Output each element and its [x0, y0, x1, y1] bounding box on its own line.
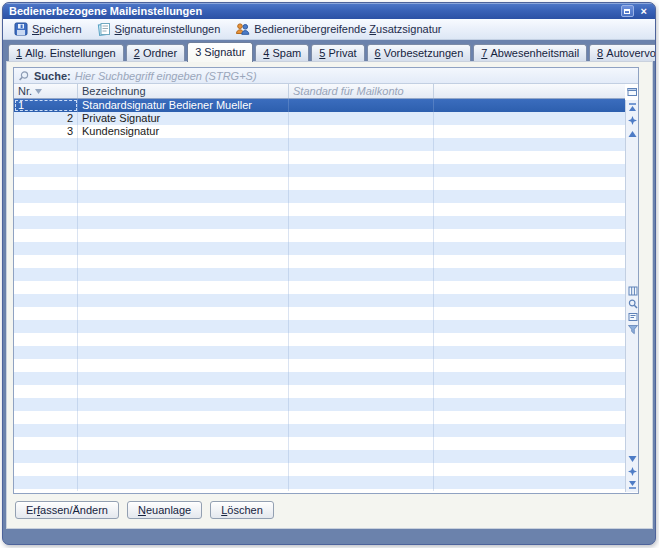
- row-number-cell[interactable]: 2: [14, 112, 78, 125]
- grid-main: Nr. Bezeichnung Standard für Mailkonto 1…: [14, 84, 638, 492]
- table-row-empty[interactable]: [14, 190, 625, 203]
- table-row-empty[interactable]: [14, 385, 625, 398]
- row-extra-cell: [434, 294, 625, 307]
- column-header-nr[interactable]: Nr.: [14, 84, 78, 98]
- row-standard-cell[interactable]: [289, 112, 434, 125]
- table-row-empty[interactable]: [14, 476, 625, 489]
- row-bezeichnung-cell[interactable]: Private Signatur: [78, 112, 289, 125]
- zoom-icon[interactable]: [627, 298, 638, 309]
- table-row-empty[interactable]: [14, 346, 625, 359]
- tab-privat[interactable]: 5 Privat: [311, 44, 364, 61]
- next-row-icon[interactable]: [627, 453, 638, 464]
- row-bezeichnung-cell: [78, 463, 289, 476]
- row-standard-cell[interactable]: [289, 125, 434, 138]
- row-bezeichnung-cell[interactable]: Standardsignatur Bediener Mueller: [78, 99, 289, 112]
- row-extra-cell[interactable]: [434, 125, 625, 138]
- column-header-standard-mailkonto[interactable]: Standard für Mailkonto: [289, 84, 434, 98]
- tab-allg-einstellungen[interactable]: 1 Allg. Einstellungen: [8, 44, 124, 61]
- filter-icon[interactable]: [627, 324, 638, 335]
- row-number-cell: [14, 255, 78, 268]
- row-standard-cell: [289, 359, 434, 372]
- prev-row-icon[interactable]: [627, 128, 638, 139]
- column-header-extra[interactable]: [434, 84, 625, 98]
- table-row-empty[interactable]: [14, 398, 625, 411]
- row-standard-cell: [289, 450, 434, 463]
- table-row-empty[interactable]: [14, 216, 625, 229]
- table-row-empty[interactable]: [14, 229, 625, 242]
- row-extra-cell[interactable]: [434, 99, 625, 112]
- table-row[interactable]: 3 Kundensignatur: [14, 125, 625, 138]
- title-bar[interactable]: Bedienerbezogene Maileinstellungen ×: [3, 3, 655, 19]
- table-row-empty[interactable]: [14, 242, 625, 255]
- scroll-to-top-icon[interactable]: [627, 102, 638, 113]
- table-row-empty[interactable]: [14, 177, 625, 190]
- row-extra-cell: [434, 463, 625, 476]
- restore-icon[interactable]: [621, 5, 634, 17]
- row-extra-cell[interactable]: [434, 112, 625, 125]
- row-standard-cell[interactable]: [289, 99, 434, 112]
- table-row-empty[interactable]: [14, 203, 625, 216]
- table-row-empty[interactable]: [14, 359, 625, 372]
- table-row-empty[interactable]: [14, 489, 625, 491]
- row-bezeichnung-cell[interactable]: Kundensignatur: [78, 125, 289, 138]
- row-number-cell: [14, 177, 78, 190]
- row-extra-cell: [434, 281, 625, 294]
- row-number-cell[interactable]: 1: [14, 99, 78, 112]
- tab-vorbesetzungen[interactable]: 6 Vorbesetzungen: [367, 44, 472, 61]
- table-row-empty[interactable]: [14, 255, 625, 268]
- row-standard-cell: [289, 177, 434, 190]
- row-number-cell: [14, 307, 78, 320]
- summary-icon[interactable]: [627, 311, 638, 322]
- table-row-empty[interactable]: [14, 424, 625, 437]
- table-row-empty[interactable]: [14, 268, 625, 281]
- erfassen-aendern-button[interactable]: Erfassen/Ändern: [15, 501, 119, 519]
- row-bezeichnung-cell: [78, 320, 289, 333]
- close-icon[interactable]: ×: [639, 5, 649, 17]
- row-bezeichnung-cell: [78, 398, 289, 411]
- row-standard-cell: [289, 320, 434, 333]
- table-row-empty[interactable]: [14, 320, 625, 333]
- signature-settings-button[interactable]: Signatureinstellungen: [97, 22, 221, 36]
- table-row-empty[interactable]: [14, 463, 625, 476]
- table-row-empty[interactable]: [14, 437, 625, 450]
- page-up-icon[interactable]: [627, 115, 638, 126]
- tab-autovervollstaendigung[interactable]: 8 Autovervollständigung: [589, 44, 656, 61]
- table-row-empty[interactable]: [14, 333, 625, 346]
- tab-ordner[interactable]: 2 Ordner: [126, 44, 185, 61]
- row-standard-cell: [289, 203, 434, 216]
- scroll-to-bottom-icon[interactable]: [627, 479, 638, 490]
- row-bezeichnung-cell: [78, 203, 289, 216]
- table-row-empty[interactable]: [14, 138, 625, 151]
- neuanlage-button[interactable]: Neuanlage: [127, 501, 202, 519]
- row-extra-cell: [434, 372, 625, 385]
- row-extra-cell: [434, 177, 625, 190]
- tab-signatur[interactable]: 3 Signatur: [187, 42, 253, 62]
- row-number-cell[interactable]: 3: [14, 125, 78, 138]
- save-button[interactable]: Speichern: [14, 22, 82, 36]
- cross-operator-signature-button[interactable]: Bedienerübergreifende Zusatzsignatur: [235, 22, 441, 36]
- column-header-bezeichnung[interactable]: Bezeichnung: [78, 84, 289, 98]
- tab-spam[interactable]: 4 Spam: [255, 44, 309, 61]
- table-row-empty[interactable]: [14, 372, 625, 385]
- table-row-empty[interactable]: [14, 411, 625, 424]
- column-grid-icon[interactable]: [627, 285, 638, 296]
- table-row-empty[interactable]: [14, 307, 625, 320]
- row-bezeichnung-cell: [78, 307, 289, 320]
- row-number-cell: [14, 268, 78, 281]
- row-standard-cell: [289, 164, 434, 177]
- column-chooser-icon[interactable]: [627, 86, 638, 97]
- search-input[interactable]: [75, 69, 634, 83]
- page-down-icon[interactable]: [627, 466, 638, 477]
- table-row-empty[interactable]: [14, 450, 625, 463]
- table-row-empty[interactable]: [14, 294, 625, 307]
- table-row[interactable]: 2 Private Signatur: [14, 112, 625, 125]
- tab-abwesenheitsmail[interactable]: 7 Abwesenheitsmail: [473, 44, 587, 61]
- multi-user-signature-icon: [235, 22, 250, 36]
- table-row-empty[interactable]: [14, 164, 625, 177]
- table-row-selected[interactable]: 1 Standardsignatur Bediener Mueller: [14, 99, 625, 112]
- row-bezeichnung-cell: [78, 281, 289, 294]
- loeschen-button[interactable]: Löschen: [210, 501, 274, 519]
- table-row-empty[interactable]: [14, 281, 625, 294]
- row-extra-cell: [434, 216, 625, 229]
- table-row-empty[interactable]: [14, 151, 625, 164]
